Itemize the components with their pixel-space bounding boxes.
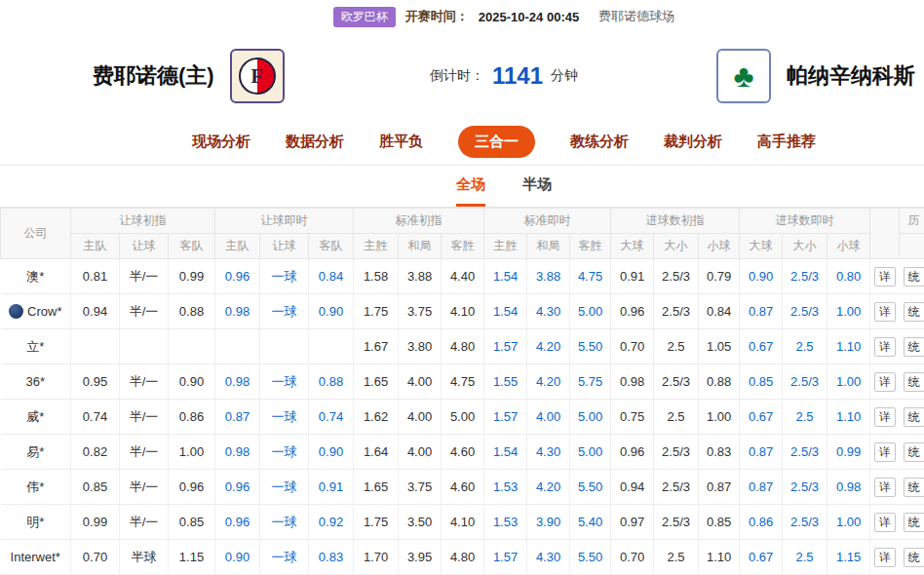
detail-link[interactable]: 详 [874, 372, 896, 392]
odds-cell: 3.88 [399, 259, 442, 294]
company-name: 明* [26, 515, 44, 529]
table-row: Interwet*0.70半球1.150.90一球0.831.703.954.8… [1, 540, 924, 575]
odds-cell: 1.70 [354, 540, 399, 575]
odds-cell: 2.5 [783, 329, 828, 364]
detail-link[interactable]: 详 [874, 302, 896, 322]
stats-column-header [900, 234, 924, 259]
detail-link[interactable]: 详 [874, 548, 896, 567]
page: 欧罗巴杯 开赛时间： 2025-10-24 00:45 费耶诺德球场 费耶诺德(… [0, 0, 924, 575]
odds-cell: 0.67 [740, 540, 783, 575]
odds-cell: 1.62 [354, 400, 399, 435]
subtab-half-match[interactable]: 半场 [522, 166, 552, 207]
company-cell[interactable]: 伟* [1, 470, 71, 505]
odds-table: 公司 让球初指 让球即时 标准初指 标准即时 进球数初指 进球数即时 历 主队 … [0, 208, 924, 575]
company-cell[interactable]: 立* [1, 329, 71, 364]
company-name: 易* [26, 444, 44, 459]
odds-cell: 2.5/3 [783, 435, 828, 470]
odds-cell: 半/一 [120, 505, 169, 540]
odds-cell: 1.67 [354, 329, 399, 364]
odds-cell: 1.57 [484, 540, 527, 575]
tab-referee-analysis[interactable]: 裁判分析 [664, 133, 722, 151]
sub-header: 和局 [399, 234, 442, 259]
odds-cell: 4.60 [442, 470, 484, 505]
company-cell[interactable]: 澳* [1, 259, 71, 294]
table-row: 36*0.95半/一0.900.98一球0.881.654.004.751.55… [1, 364, 924, 400]
stats-link[interactable]: 统 [904, 548, 924, 567]
company-cell[interactable]: Interwet* [1, 540, 71, 575]
company-cell[interactable]: 易* [1, 435, 71, 470]
odds-cell: 0.94 [611, 470, 654, 505]
stats-link[interactable]: 统 [904, 478, 924, 497]
company-cell[interactable]: 明* [1, 505, 71, 540]
stats-link[interactable]: 统 [904, 337, 924, 357]
away-team: ♣ 帕纳辛纳科斯 [716, 49, 915, 103]
countdown-label: 倒计时： [430, 67, 484, 85]
stats-link[interactable]: 统 [904, 407, 924, 427]
sub-header: 让球 [120, 234, 169, 259]
company-cell[interactable]: 威* [1, 400, 71, 435]
odds-cell: 1.57 [484, 400, 527, 435]
odds-cell: 半/一 [120, 435, 169, 470]
detail-link-cell: 详 [870, 294, 900, 329]
odds-cell: 0.70 [611, 540, 654, 575]
tab-data-analysis[interactable]: 数据分析 [286, 133, 344, 151]
odds-table-container: 公司 让球初指 让球即时 标准初指 标准即时 进球数初指 进球数即时 历 主队 … [0, 208, 924, 575]
odds-cell: 0.87 [740, 470, 783, 505]
odds-cell: 2.5 [783, 400, 828, 435]
odds-cell: 2.5/3 [654, 505, 699, 540]
odds-cell: 0.91 [309, 470, 354, 505]
detail-link[interactable]: 详 [874, 478, 896, 497]
stats-link[interactable]: 统 [904, 302, 924, 322]
odds-cell: 0.96 [215, 505, 260, 540]
stats-link-cell: 统 [900, 505, 924, 540]
odds-cell: 2.5/3 [783, 470, 828, 505]
stats-link[interactable]: 统 [904, 513, 924, 532]
odds-cell: 0.87 [699, 470, 740, 505]
odds-cell: 0.90 [169, 364, 215, 400]
tab-expert-picks[interactable]: 高手推荐 [757, 133, 816, 151]
odds-cell: 半/一 [120, 294, 169, 329]
detail-link-cell: 详 [870, 400, 900, 435]
detail-link[interactable]: 详 [874, 513, 896, 532]
countdown-unit: 分钟 [551, 67, 578, 85]
odds-cell: 1.10 [699, 540, 740, 575]
away-team-name: 帕纳辛纳科斯 [787, 61, 915, 91]
odds-cell: 0.98 [215, 364, 260, 400]
odds-cell: 半/一 [120, 259, 169, 294]
odds-cell: 1.75 [354, 294, 399, 329]
detail-link[interactable]: 详 [874, 407, 896, 427]
company-name: 立* [26, 339, 44, 354]
odds-cell: 0.88 [169, 294, 215, 329]
detail-link[interactable]: 详 [874, 337, 896, 357]
table-row: 伟*0.85半/一0.960.96一球0.911.653.754.601.534… [1, 470, 924, 505]
company-cell[interactable]: 36* [1, 364, 71, 400]
detail-link[interactable]: 详 [874, 442, 896, 462]
detail-link-cell: 详 [870, 435, 900, 470]
stats-link[interactable]: 统 [904, 442, 924, 462]
odds-cell: 1.15 [169, 540, 215, 575]
odds-cell [71, 329, 120, 364]
odds-cell: 1.00 [828, 505, 870, 540]
tab-live-analysis[interactable]: 现场分析 [192, 133, 250, 151]
detail-link-cell: 详 [870, 259, 900, 294]
subtab-full-match[interactable]: 全场 [456, 166, 485, 207]
detail-link-cell: 详 [870, 470, 900, 505]
odds-cell: 0.98 [215, 435, 260, 470]
odds-cell: 0.80 [828, 259, 870, 294]
odds-cell: 半/一 [120, 364, 169, 400]
stats-link[interactable]: 统 [904, 267, 924, 287]
sub-header-row: 主队 让球 客队 主队 让球 客队 主胜 和局 客胜 主胜 和局 客胜 大球 大… [1, 234, 924, 259]
tab-win-draw-lose[interactable]: 胜平负 [379, 133, 423, 151]
kickoff-label: 开赛时间： [405, 8, 469, 25]
odds-cell: 2.5/3 [654, 435, 699, 470]
stats-link[interactable]: 统 [904, 372, 924, 392]
odds-cell [260, 329, 309, 364]
tab-three-in-one[interactable]: 三合一 [458, 126, 535, 158]
odds-cell: 4.30 [527, 294, 570, 329]
odds-cell: 0.92 [309, 505, 354, 540]
sub-header: 大球 [611, 234, 654, 259]
odds-cell: 2.5 [654, 329, 699, 364]
tab-coach-analysis[interactable]: 教练分析 [570, 133, 629, 151]
detail-link[interactable]: 详 [874, 267, 896, 287]
company-cell[interactable]: Crow* [1, 294, 71, 329]
